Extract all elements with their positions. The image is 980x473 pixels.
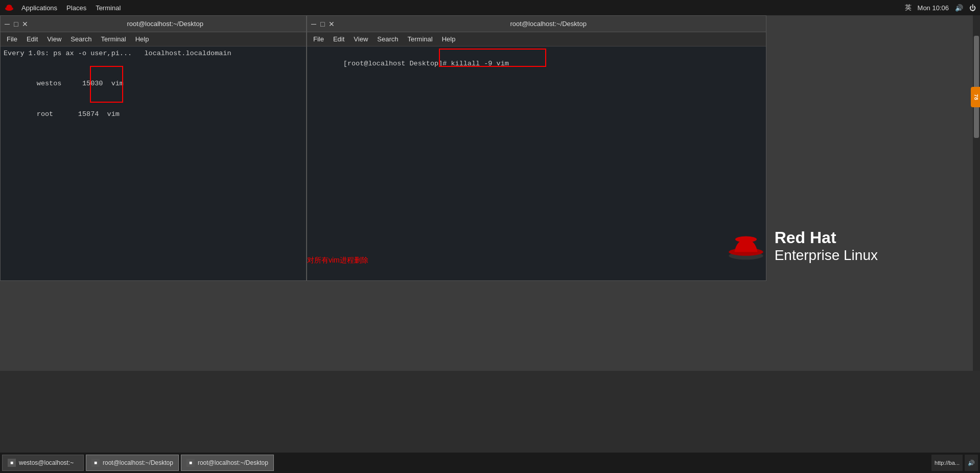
taskbar-icon-1: ■ [8, 459, 16, 467]
redhat-text: Red Hat Enterprise Linux [775, 228, 878, 264]
places-menu[interactable]: Places [62, 3, 90, 13]
terminal2-minimize[interactable]: ─ [311, 20, 316, 28]
system-bar: Applications Places Terminal 英 Mon 10:06… [0, 0, 980, 15]
t2-file-menu[interactable]: File [309, 34, 328, 44]
terminal1-close[interactable]: ✕ [22, 20, 28, 28]
terminal1-header: Every 1.0s: ps ax -o user,pi... localhos… [4, 49, 303, 59]
t1-edit-menu[interactable]: Edit [22, 34, 42, 44]
terminal1-titlebar: ─ □ ✕ root@localhost:~/Desktop [1, 16, 306, 32]
t1-terminal-menu[interactable]: Terminal [97, 34, 130, 44]
terminal1-row2: root 15874 vim [4, 99, 303, 130]
t1-file-menu[interactable]: File [3, 34, 21, 44]
t1-search-menu[interactable]: Search [66, 34, 96, 44]
terminal2-titlebar: ─ □ ✕ root@localhost:~/Desktop [307, 16, 766, 32]
taskbar-right: http://ba... 🔊 [931, 455, 978, 471]
taskbar-item-root1[interactable]: ■ root@localhost:~/Desktop [86, 455, 179, 471]
terminal1-row1: westos 15030 vim [4, 68, 303, 99]
t1-help-menu[interactable]: Help [131, 34, 153, 44]
taskbar-label-2: root@localhost:~/Desktop [103, 459, 173, 466]
taskbar-item-westos[interactable]: ■ westos@localhost:~ [2, 455, 84, 471]
desktop: ─ □ ✕ root@localhost:~/Desktop File Edit… [0, 15, 980, 371]
terminal2-controls: ─ □ ✕ [311, 20, 335, 28]
system-bar-right: 英 Mon 10:06 🔊 ⏻ [905, 3, 976, 12]
terminal2-maximize[interactable]: □ [320, 20, 324, 28]
redhat-icon [4, 3, 14, 13]
terminal2-menubar: File Edit View Search Terminal Help [307, 32, 766, 46]
svg-point-4 [735, 236, 757, 242]
redhat-product: Enterprise Linux [775, 247, 878, 264]
killall-highlight-box [439, 49, 546, 67]
right-scrollbar[interactable] [973, 15, 980, 371]
t2-search-menu[interactable]: Search [373, 34, 402, 44]
terminal-menu[interactable]: Terminal [91, 3, 125, 13]
taskbar-icon-3: ■ [186, 459, 195, 467]
t1-view-menu[interactable]: View [43, 34, 65, 44]
terminal-killall: ─ □ ✕ root@localhost:~/Desktop File Edit… [307, 15, 766, 281]
language-indicator[interactable]: 英 [905, 3, 912, 12]
redhat-logo-container: Red Hat Enterprise Linux [726, 228, 878, 264]
t2-view-menu[interactable]: View [349, 34, 372, 44]
taskbar-item-root2[interactable]: ■ root@localhost:~/Desktop [181, 455, 274, 471]
taskbar: ■ westos@localhost:~ ■ root@localhost:~/… [0, 453, 980, 473]
taskbar-icon-2: ■ [91, 459, 100, 467]
terminal2-body: [root@localhost Desktop]# killall -9 vim… [307, 46, 766, 280]
taskbar-label-3: root@localhost:~/Desktop [198, 459, 268, 466]
side-button[interactable]: 78 [971, 87, 980, 107]
system-bar-left: Applications Places Terminal [4, 3, 125, 13]
terminal1-title: root@localhost:~/Desktop [28, 20, 302, 28]
terminal2-close[interactable]: ✕ [329, 20, 335, 28]
terminal1-body: Every 1.0s: ps ax -o user,pi... localhos… [1, 46, 306, 280]
applications-menu[interactable]: Applications [17, 3, 61, 13]
terminal1-controls: ─ □ ✕ [5, 20, 28, 28]
vim-highlight-box [90, 66, 123, 103]
redhat-logo: Red Hat Enterprise Linux [726, 228, 878, 264]
t2-help-menu[interactable]: Help [438, 34, 460, 44]
power-icon[interactable]: ⏻ [969, 4, 976, 12]
taskbar-clock: 🔊 [965, 455, 978, 471]
taskbar-label-1: westos@localhost:~ [19, 459, 74, 466]
terminal-watch: ─ □ ✕ root@localhost:~/Desktop File Edit… [0, 15, 307, 281]
taskbar-url: http://ba... [931, 455, 963, 471]
t2-edit-menu[interactable]: Edit [329, 34, 348, 44]
redhat-name: Red Hat [775, 228, 878, 247]
sound-icon[interactable]: 🔊 [955, 4, 963, 12]
clock: Mon 10:06 [918, 4, 949, 12]
terminal1-minimize[interactable]: ─ [5, 20, 10, 28]
killall-annotation: 对所有vim进程删除 [307, 256, 368, 265]
terminal2-title: root@localhost:~/Desktop [335, 20, 762, 28]
terminal1-maximize[interactable]: □ [14, 20, 18, 28]
t2-terminal-menu[interactable]: Terminal [404, 34, 437, 44]
terminal1-menubar: File Edit View Search Terminal Help [1, 32, 306, 46]
redhat-hat-svg [726, 231, 766, 262]
